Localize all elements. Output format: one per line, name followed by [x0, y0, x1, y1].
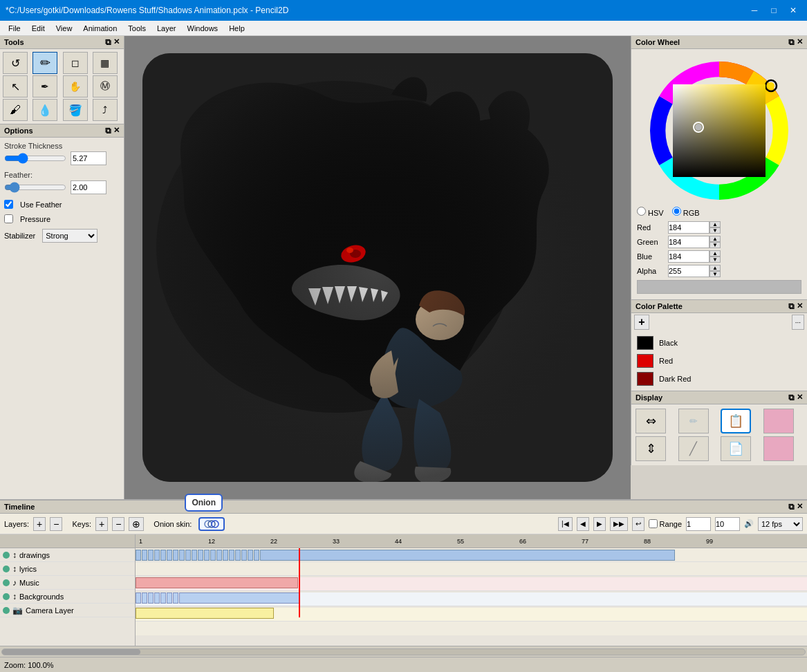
blue-down[interactable]: ▼ [709, 256, 721, 263]
tool-pen[interactable]: ✒ [33, 75, 57, 97]
cw-close-icon[interactable]: ✕ [797, 37, 803, 47]
frame-block[interactable] [210, 550, 216, 561]
tl-close-icon[interactable]: ✕ [797, 502, 803, 512]
frame-block[interactable] [160, 550, 166, 561]
menu-tools[interactable]: Tools [122, 23, 151, 34]
range-end[interactable] [715, 517, 740, 531]
tool-pointer[interactable]: ↖ [3, 75, 28, 97]
feather-slider[interactable] [4, 183, 66, 192]
layer-row-music[interactable]: ♪ Music [0, 576, 135, 590]
frames-area[interactable]: 1 12 22 33 44 55 66 77 88 99 [136, 534, 807, 646]
frame-block[interactable] [198, 550, 203, 561]
bg-frame-block[interactable] [154, 592, 160, 604]
tool-eyedropper[interactable]: 💧 [33, 99, 57, 121]
range-start[interactable] [686, 517, 711, 531]
play-button[interactable]: ▶ [593, 517, 606, 531]
tool-eraser[interactable]: ◻ [63, 52, 88, 74]
red-input[interactable]: 184 [668, 221, 709, 234]
bg-frame-block[interactable] [148, 592, 154, 604]
display-overlay[interactable]: 📋 [721, 409, 751, 433]
prev-frame-button[interactable]: ◀ [577, 517, 589, 531]
use-feather-label[interactable]: Use Feather [4, 200, 120, 209]
cw-float-icon[interactable]: ⧉ [788, 37, 795, 47]
remove-key-button[interactable]: − [112, 517, 124, 531]
hsv-radio-label[interactable]: HSV [637, 207, 664, 217]
rgb-radio[interactable] [672, 207, 681, 216]
horizontal-scrollbar[interactable] [0, 646, 807, 657]
add-key-button[interactable]: + [95, 517, 108, 531]
layer-row-lyrics[interactable]: ↕ lyrics [0, 562, 135, 576]
menu-view[interactable]: View [50, 23, 78, 34]
tool-pencil[interactable]: ✏ [33, 52, 57, 74]
pressure-checkbox[interactable] [4, 214, 13, 223]
tool-transform[interactable]: ⤴ [93, 99, 118, 121]
display-color1[interactable] [763, 409, 794, 433]
bg-frame-block-long[interactable] [179, 592, 300, 604]
dp-float-icon[interactable]: ⧉ [788, 393, 795, 402]
frame-block[interactable] [167, 550, 172, 561]
menu-file[interactable]: File [3, 23, 26, 34]
blue-up[interactable]: ▲ [709, 250, 721, 256]
go-to-start-button[interactable]: |◀ [558, 517, 573, 531]
rgb-radio-label[interactable]: RGB [672, 207, 700, 217]
blue-input[interactable]: 184 [668, 250, 709, 263]
frame-block[interactable] [235, 550, 241, 561]
frame-block[interactable] [148, 550, 154, 561]
red-down[interactable]: ▼ [709, 227, 721, 234]
cp-close-icon[interactable]: ✕ [797, 301, 803, 311]
dp-close-icon[interactable]: ✕ [797, 393, 803, 402]
cp-float-icon[interactable]: ⧉ [788, 301, 795, 311]
menu-edit[interactable]: Edit [26, 23, 50, 34]
frame-block[interactable] [192, 550, 197, 561]
bg-frame-block[interactable] [142, 592, 147, 604]
alpha-up[interactable]: ▲ [709, 265, 721, 271]
frame-block[interactable] [142, 550, 147, 561]
layer-row-backgrounds[interactable]: ↕ Backgrounds [0, 590, 135, 604]
frame-block[interactable] [229, 550, 234, 561]
close-button[interactable]: ✕ [785, 3, 801, 17]
options-close-icon[interactable]: ✕ [113, 126, 120, 136]
layer-row-camera[interactable]: 📷 Camera Layer [0, 604, 135, 617]
stroke-thickness-slider[interactable] [4, 154, 66, 162]
pressure-label[interactable]: Pressure [4, 214, 120, 223]
range-checkbox-label[interactable]: Range [649, 519, 682, 528]
canvas-area[interactable] [124, 36, 631, 499]
tool-hand[interactable]: ✋ [63, 75, 88, 97]
menu-animation[interactable]: Animation [77, 23, 122, 34]
frame-block[interactable] [216, 550, 222, 561]
frame-block[interactable] [185, 550, 191, 561]
feather-input[interactable]: 2.00 [71, 180, 106, 194]
green-up[interactable]: ▲ [709, 236, 721, 242]
bg-frame-block[interactable] [167, 592, 172, 604]
stroke-thickness-input[interactable]: 5.27 [71, 151, 106, 165]
tool-selection[interactable]: ▦ [93, 52, 118, 74]
frame-block[interactable] [254, 550, 259, 561]
palette-item-black[interactable]: Black [634, 334, 804, 352]
display-flip-v[interactable]: ⇕ [636, 436, 666, 461]
minimize-button[interactable]: ─ [746, 3, 763, 17]
frame-block[interactable] [173, 550, 178, 561]
color-wheel-widget[interactable] [643, 55, 795, 207]
display-grid[interactable]: ╱ [678, 436, 709, 461]
playhead[interactable] [299, 548, 300, 617]
display-page[interactable]: 📄 [721, 436, 751, 461]
green-input[interactable]: 184 [668, 236, 709, 248]
alpha-input[interactable]: 255 [668, 265, 709, 277]
onion-skin-button[interactable] [198, 517, 225, 531]
stabilizer-select[interactable]: None Weak Strong [42, 229, 98, 243]
bg-frame-block[interactable] [160, 592, 166, 604]
frame-block[interactable] [241, 550, 247, 561]
tools-close-icon[interactable]: ✕ [113, 37, 120, 47]
bg-frame-block[interactable] [136, 592, 141, 604]
scrollbar-thumb[interactable] [2, 649, 140, 655]
maximize-button[interactable]: □ [766, 3, 782, 17]
display-lines[interactable]: ✏ [678, 409, 709, 433]
volume-icon[interactable]: 🔊 [744, 519, 754, 528]
frame-block[interactable] [204, 550, 210, 561]
frame-block[interactable] [248, 550, 253, 561]
bg-frame-block[interactable] [173, 592, 178, 604]
green-down[interactable]: ▼ [709, 242, 721, 248]
red-up[interactable]: ▲ [709, 221, 721, 227]
display-flip-h[interactable]: ⇔ [636, 409, 666, 433]
camera-block[interactable] [136, 608, 274, 619]
